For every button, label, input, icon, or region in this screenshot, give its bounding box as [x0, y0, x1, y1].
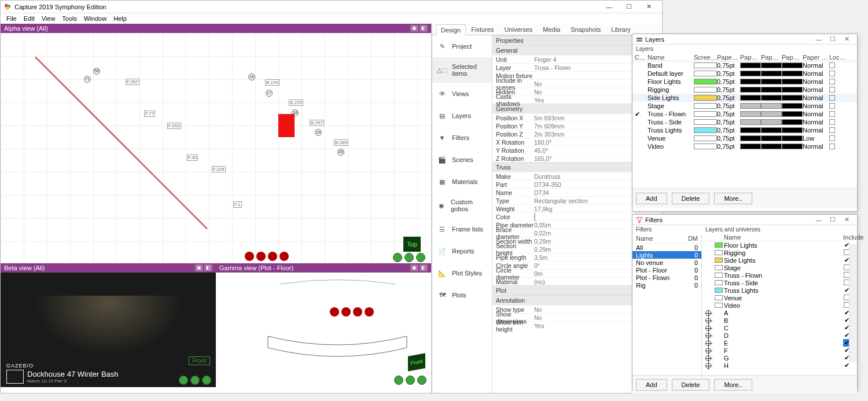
paper-color-swatch[interactable]: [740, 71, 761, 76]
layers-row[interactable]: Side Lights0,75ptNormal: [632, 94, 857, 102]
layer-universe-row[interactable]: Rigging: [702, 249, 857, 256]
nav-materials[interactable]: ▦Materials: [432, 171, 492, 193]
layer-universe-row[interactable]: Truss Lights✔: [702, 286, 857, 294]
locked-checkbox[interactable]: [829, 144, 835, 149]
add-button[interactable]: Add: [636, 379, 667, 391]
nav-views[interactable]: 👁Views: [432, 83, 492, 105]
layers-row[interactable]: Truss Lights0,75ptNormal: [632, 126, 857, 134]
layer-universe-row[interactable]: H✔: [702, 362, 857, 369]
alpha-viewport[interactable]: F.297 F.77 F.263 F.39 F.229 F.1 B.193 B.…: [1, 33, 431, 263]
close-button[interactable]: ✕: [639, 1, 659, 13]
nav-scenes[interactable]: 🎬Scenes: [432, 149, 492, 171]
tab-fixtures[interactable]: Fixtures: [466, 24, 499, 35]
paper-color-swatch[interactable]: [740, 111, 761, 117]
paper-color-swatch[interactable]: [740, 127, 761, 133]
nav-project[interactable]: ✎Project: [432, 35, 492, 57]
layer-universe-row[interactable]: B✔: [702, 317, 857, 324]
layers-row[interactable]: ✔Truss - Flown0,75ptNormal: [632, 110, 857, 118]
layer-universe-row[interactable]: Truss - Flown: [702, 271, 857, 279]
maximize-button[interactable]: ☐: [619, 1, 639, 13]
locked-checkbox[interactable]: [829, 87, 835, 93]
nav-layers[interactable]: ▤Layers: [432, 105, 492, 127]
view-tool-button[interactable]: [393, 253, 402, 262]
layers-row[interactable]: Default layer0,75ptNormal: [632, 69, 857, 78]
delete-button[interactable]: Delete: [672, 379, 710, 391]
screen-color-swatch[interactable]: [694, 144, 717, 149]
layer-universe-row[interactable]: F✔: [702, 347, 857, 354]
screen-color-swatch[interactable]: [694, 71, 717, 76]
more-button[interactable]: More..: [714, 193, 752, 204]
nav-plot-styles[interactable]: 📐Plot Styles: [432, 262, 492, 284]
screen-color-swatch[interactable]: [694, 79, 717, 84]
paper-color-swatch[interactable]: [740, 144, 761, 149]
screen-color-swatch[interactable]: [694, 135, 717, 141]
tab-snapshots[interactable]: Snapshots: [565, 24, 606, 35]
screen-color-swatch[interactable]: [694, 103, 717, 109]
paper-color-swatch[interactable]: [740, 87, 761, 93]
locked-checkbox[interactable]: [829, 127, 835, 133]
layer-universe-row[interactable]: Video: [702, 301, 857, 309]
paper-color-swatch[interactable]: [740, 119, 761, 125]
locked-checkbox[interactable]: [829, 135, 835, 141]
alpha-view-header[interactable]: Alpha view (All) ▣◧: [1, 24, 431, 33]
layers-col-header[interactable]: Paper c...: [740, 54, 761, 61]
paper-color-swatch[interactable]: [740, 135, 761, 141]
add-button[interactable]: Add: [636, 193, 667, 204]
locked-checkbox[interactable]: [829, 103, 835, 109]
menu-edit[interactable]: Edit: [21, 15, 37, 22]
maximize-button[interactable]: ☐: [826, 216, 840, 223]
layers-row[interactable]: Venue0,75ptLow: [632, 134, 857, 142]
tab-design[interactable]: Design: [436, 24, 466, 35]
filter-item[interactable]: No venue0: [632, 259, 701, 266]
paper-color-swatch[interactable]: [740, 103, 761, 109]
filter-item[interactable]: Plot - Floor0: [632, 266, 701, 274]
layer-universe-row[interactable]: C✔: [702, 324, 857, 332]
layers-col-header[interactable]: Name: [648, 54, 694, 61]
view-tool-button[interactable]: [404, 253, 414, 262]
view-tool-button[interactable]: [416, 253, 425, 262]
layers-row[interactable]: Stage0,75ptNormal: [632, 102, 857, 110]
layers-col-header[interactable]: Cu...: [635, 54, 648, 61]
beta-view-header[interactable]: Beta view (All) ▣◧: [1, 263, 216, 273]
paper-color-swatch[interactable]: [740, 62, 761, 68]
screen-color-swatch[interactable]: [694, 62, 717, 68]
screen-color-swatch[interactable]: [694, 95, 717, 101]
include-checkbox[interactable]: ✔: [843, 362, 850, 369]
layer-universe-row[interactable]: Side Lights✔: [702, 256, 857, 264]
layer-universe-row[interactable]: E✔: [702, 339, 857, 347]
minimize-button[interactable]: —: [599, 1, 619, 13]
layer-universe-row[interactable]: Truss - Side: [702, 279, 857, 286]
layer-universe-row[interactable]: Stage: [702, 264, 857, 271]
screen-color-swatch[interactable]: [694, 119, 717, 125]
menu-file[interactable]: File: [4, 15, 19, 22]
menu-window[interactable]: Window: [82, 15, 109, 22]
close-button[interactable]: ✕: [840, 216, 854, 223]
gamma-view-header[interactable]: Gamma view (Plot - Floor) ▣◧: [216, 263, 431, 273]
layers-row[interactable]: Floor Lights0,75ptNormal: [632, 78, 857, 86]
locked-checkbox[interactable]: [829, 111, 835, 117]
screen-color-swatch[interactable]: [694, 127, 717, 133]
layer-universe-row[interactable]: D✔: [702, 332, 857, 339]
more-button[interactable]: More..: [714, 379, 752, 391]
layer-universe-row[interactable]: G✔: [702, 354, 857, 362]
locked-checkbox[interactable]: [829, 62, 835, 68]
layers-col-header[interactable]: Locked: [829, 54, 847, 61]
nav-reports[interactable]: 📄Reports: [432, 240, 492, 262]
layers-col-header[interactable]: Paper te...: [782, 54, 803, 61]
filter-item[interactable]: Plot - Flown0: [632, 274, 701, 281]
tab-universes[interactable]: Universes: [499, 24, 538, 35]
layers-col-header[interactable]: Paper w...: [717, 54, 740, 61]
locked-checkbox[interactable]: [829, 71, 835, 76]
menu-view[interactable]: View: [39, 15, 58, 22]
nav-frame-lists[interactable]: ☰Frame lists: [432, 218, 492, 240]
screen-color-swatch[interactable]: [694, 111, 717, 117]
filter-item[interactable]: All0: [632, 244, 701, 251]
layers-row[interactable]: Truss - Side0,75ptNormal: [632, 118, 857, 126]
paper-color-swatch[interactable]: [740, 79, 761, 84]
nav-custom-gobos[interactable]: ◉Custom gobos: [432, 193, 492, 218]
color-swatch[interactable]: [534, 213, 535, 221]
tab-media[interactable]: Media: [538, 24, 565, 35]
layers-col-header[interactable]: Paper s...: [761, 54, 782, 61]
filter-item[interactable]: Rig0: [632, 281, 701, 289]
menu-tools[interactable]: Tools: [60, 15, 79, 22]
